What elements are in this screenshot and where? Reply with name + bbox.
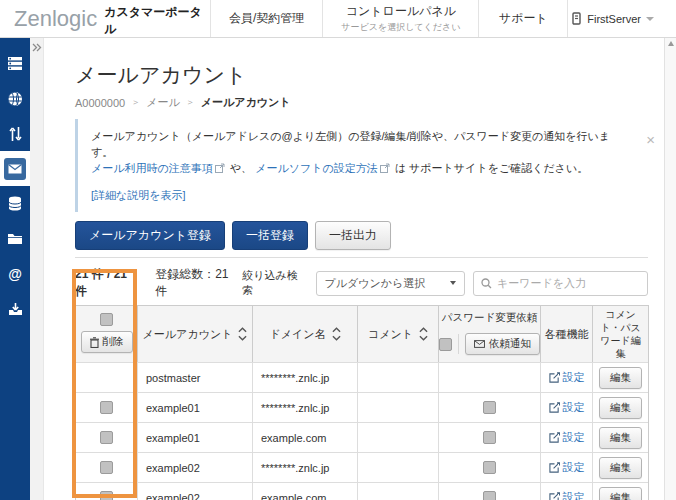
notice-line-2: メール利用時の注意事項 や、 メールソフトの設定方法 は サポートサイトをご確認… — [91, 160, 614, 176]
cell-password-request — [439, 393, 541, 422]
account-name: FirstServer — [587, 13, 641, 25]
edit-button[interactable]: 編集 — [599, 397, 642, 419]
mail-icon — [8, 164, 22, 174]
settings-link[interactable]: 設定 — [549, 370, 585, 385]
sidebar-item-server[interactable] — [0, 46, 30, 81]
count-filter-row: 21 件 / 21 件 登録総数：21 件 絞り込み検索 プルダウンから選択 — [75, 266, 648, 300]
settings-link[interactable]: 設定 — [549, 430, 585, 445]
cell-select — [76, 363, 138, 392]
sort-desc-icon[interactable] — [238, 335, 247, 341]
delete-button-label: 削除 — [103, 335, 124, 349]
edit-button[interactable]: 編集 — [599, 457, 642, 479]
close-icon[interactable]: × — [646, 132, 655, 147]
cell-domain: example.com — [253, 423, 358, 452]
cell-select — [76, 483, 138, 500]
notice-text: は サポートサイトをご確認ください。 — [395, 162, 588, 174]
sort-desc-icon[interactable] — [419, 335, 428, 341]
notice-link-precautions[interactable]: メール利用時の注意事項 — [91, 162, 213, 174]
settings-label: 設定 — [563, 400, 585, 415]
notice-text: や、 — [230, 162, 252, 174]
app-header: Zenlogic カスタマーポータル 会員/契約管理 コントロールパネル サービ… — [0, 0, 676, 38]
sort-asc-icon[interactable] — [238, 327, 247, 333]
settings-link[interactable]: 設定 — [549, 460, 585, 475]
sort-asc-icon[interactable] — [419, 327, 428, 333]
cell-comment — [358, 483, 439, 500]
password-request-checkbox[interactable] — [483, 461, 496, 474]
logo-suffix: カスタマーポータル — [104, 4, 210, 38]
active-item-tile — [4, 158, 26, 180]
table-row: postmaster ********.znlc.jp 設定 編集 — [76, 362, 648, 392]
keyword-search-input[interactable] — [497, 277, 640, 289]
scroll-up-icon[interactable] — [668, 41, 674, 46]
sort-asc-icon[interactable] — [332, 327, 341, 333]
breadcrumb-account-id[interactable]: A0000000 — [75, 97, 125, 109]
main-nav: 会員/契約管理 コントロールパネル サービスを選択してください サポート — [210, 0, 568, 37]
breadcrumb-mail[interactable]: メール — [146, 95, 180, 110]
row-checkbox[interactable] — [100, 431, 113, 444]
row-checkbox[interactable] — [100, 491, 113, 500]
sidebar-item-folder[interactable] — [0, 221, 30, 256]
sort-desc-icon[interactable] — [332, 335, 341, 341]
cell-edit: 編集 — [593, 453, 648, 482]
transfer-arrows-icon — [8, 126, 23, 142]
row-checkbox[interactable] — [100, 461, 113, 474]
password-request-checkbox[interactable] — [483, 491, 496, 500]
row-checkbox[interactable] — [100, 401, 113, 414]
sidebar-item-mail[interactable] — [0, 151, 30, 186]
nav-tab-members[interactable]: 会員/契約管理 — [210, 0, 322, 37]
external-link-icon — [215, 163, 225, 173]
edit-button[interactable]: 編集 — [599, 487, 642, 500]
logo[interactable]: Zenlogic カスタマーポータル — [0, 0, 210, 37]
sidebar-expander-strip — [30, 38, 44, 500]
filter-dropdown[interactable]: プルダウンから選択 — [316, 271, 466, 296]
nav-tab-support[interactable]: サポート — [478, 0, 568, 37]
sidebar: @ — [0, 38, 30, 500]
register-mail-account-button[interactable]: メールアカウント登録 — [75, 221, 225, 250]
notice-link-mail-setup[interactable]: メールソフトの設定方法 — [255, 162, 378, 174]
select-all-checkbox[interactable] — [100, 313, 113, 326]
sidebar-item-database[interactable] — [0, 186, 30, 221]
table-header: 削除 メールアカウント ドメイン名 — [76, 306, 648, 362]
cell-select — [76, 423, 138, 452]
envelope-icon — [474, 340, 485, 348]
account-menu[interactable]: FirstServer — [571, 0, 676, 37]
sidebar-item-at[interactable]: @ — [0, 256, 30, 291]
caret-down-icon — [646, 17, 654, 21]
cell-domain: example.com — [253, 483, 358, 500]
nav-tab-control-panel[interactable]: コントロールパネル サービスを選択してください — [322, 0, 478, 37]
cell-edit: 編集 — [593, 423, 648, 452]
password-request-checkbox[interactable] — [483, 401, 496, 414]
header-comment: コメント — [358, 306, 439, 362]
vertical-scrollbar[interactable] — [664, 38, 676, 500]
cell-functions: 設定 — [541, 393, 593, 422]
settings-label: 設定 — [563, 490, 585, 500]
settings-link[interactable]: 設定 — [549, 490, 585, 500]
server-tower-icon — [571, 12, 582, 25]
nav-tab-label: コントロールパネル — [346, 3, 456, 20]
filter-dropdown-value: プルダウンから選択 — [325, 276, 451, 291]
show-details-link[interactable]: [詳細な説明を表示] — [91, 188, 186, 203]
page-title: メールアカウント — [75, 61, 664, 88]
header-mail-account: メールアカウント — [138, 306, 253, 362]
table-row: example01 example.com 設定 編集 — [76, 422, 648, 452]
password-request-select-all-checkbox[interactable] — [439, 338, 452, 351]
sort-buttons[interactable] — [419, 327, 428, 341]
edit-button[interactable]: 編集 — [599, 367, 642, 389]
settings-link[interactable]: 設定 — [549, 400, 585, 415]
bulk-register-button[interactable]: 一括登録 — [232, 221, 308, 250]
sort-buttons[interactable] — [332, 327, 341, 341]
cell-password-request — [439, 363, 541, 392]
request-notify-button[interactable]: 依頼通知 — [465, 333, 540, 355]
delete-button[interactable]: 削除 — [81, 331, 133, 353]
sidebar-item-import[interactable] — [0, 291, 30, 326]
table-row: example01 ********.znlc.jp 設定 編集 — [76, 392, 648, 422]
sidebar-item-domain[interactable] — [0, 81, 30, 116]
sort-buttons[interactable] — [238, 327, 247, 341]
expand-chevrons-icon[interactable] — [32, 43, 42, 52]
password-request-checkbox[interactable] — [483, 431, 496, 444]
edit-button[interactable]: 編集 — [599, 427, 642, 449]
column-label: メールアカウント — [143, 327, 233, 342]
sidebar-item-transfer[interactable] — [0, 116, 30, 151]
action-buttons: メールアカウント登録 一括登録 一括出力 — [75, 221, 664, 250]
bulk-export-button[interactable]: 一括出力 — [315, 221, 391, 250]
